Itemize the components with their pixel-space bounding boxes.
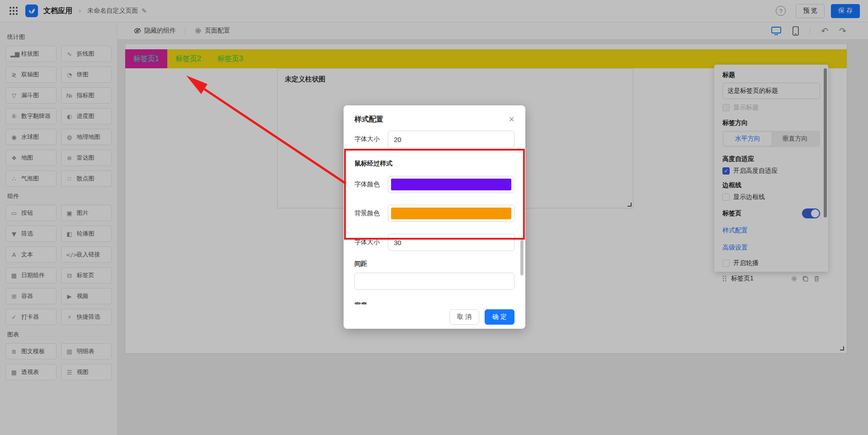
hover-font-color-swatch (391, 179, 511, 190)
hover-font-size-label: 字体大小 (354, 238, 382, 246)
cancel-button[interactable]: 取 消 (449, 309, 479, 325)
hover-bg-color-label: 背景颜色 (354, 209, 382, 218)
width-label: 宽度 (354, 302, 514, 304)
hover-font-size-input[interactable]: 30 (388, 234, 514, 251)
modal-close-icon[interactable]: × (509, 114, 514, 124)
spacing-input[interactable] (354, 273, 514, 290)
font-size-input[interactable]: 20 (388, 131, 514, 148)
style-config-modal: 样式配置 × 字体大小 20 鼠标经过样式 字体颜色 背景颜色 字体大小 30 … (344, 105, 525, 329)
hover-bg-color-picker[interactable] (388, 205, 514, 222)
modal-title: 样式配置 (354, 115, 383, 124)
modal-scrollbar[interactable] (520, 240, 524, 275)
hover-style-section-label: 鼠标经过样式 (354, 160, 514, 168)
spacing-label: 间距 (354, 260, 514, 268)
hover-font-color-label: 字体颜色 (354, 180, 382, 189)
font-size-label: 字体大小 (354, 135, 382, 143)
hover-font-color-picker[interactable] (388, 176, 514, 193)
modal-body: 字体大小 20 鼠标经过样式 字体颜色 背景颜色 字体大小 30 间距 宽度 (344, 127, 525, 304)
ok-button[interactable]: 确 定 (485, 309, 514, 325)
hover-bg-color-swatch (391, 208, 511, 219)
